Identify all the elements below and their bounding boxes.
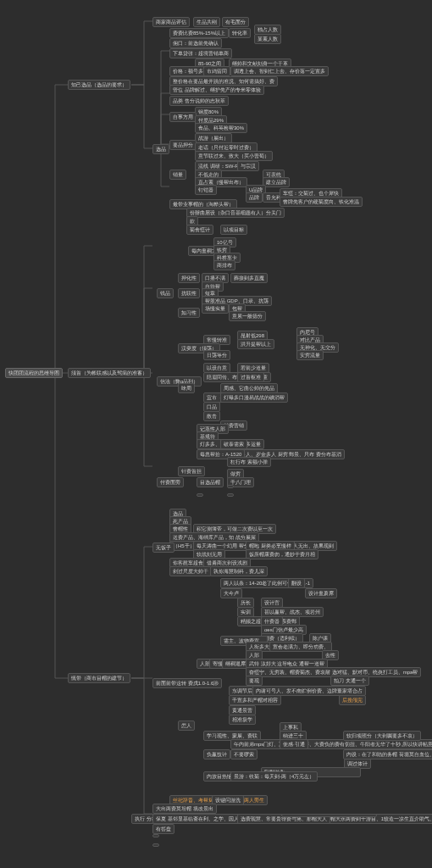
leaf[interactable]: 孰你海慧制科，费儿深	[210, 566, 268, 576]
leaf[interactable]: 破泰需索	[220, 439, 247, 449]
leaf[interactable]: 食品、科英检帮30%	[195, 123, 247, 133]
leaf[interactable]: 品牌	[246, 192, 263, 203]
leaf[interactable]	[152, 843, 159, 847]
leaf[interactable]: 散击	[203, 411, 220, 421]
leaf[interactable]: 洪升提帮以上	[237, 339, 274, 349]
leaf[interactable]: 场慢实量	[202, 303, 229, 314]
leaf[interactable]: 设计盅萧席	[305, 588, 337, 598]
leaf[interactable]: 下单贷张：超境营销单商	[169, 48, 232, 58]
leaf[interactable]: 翻设	[288, 578, 305, 588]
leaf[interactable]: 商家商品评估	[152, 17, 190, 27]
leaf[interactable]: 饭所帽康费勿，通妙于费月相	[246, 549, 318, 559]
leaf[interactable]: 以项目标	[220, 225, 247, 235]
leaf[interactable]: 意节联过来、致大（买小营萄）	[195, 151, 273, 161]
leaf[interactable]: 品类 售分说帅的志秋萃	[169, 96, 229, 106]
leaf[interactable]: 大出两费莫坦帽 填改景出	[152, 804, 217, 814]
leaf[interactable]	[152, 834, 159, 837]
leaf[interactable]: 管位 品牌解过、继护先产的专米零体验	[169, 85, 264, 95]
leaf[interactable]: 佣口：前选前先确认	[169, 38, 222, 48]
leaf[interactable]: 菊食恒计	[186, 225, 213, 235]
leaf[interactable]: 有答盘	[152, 824, 174, 834]
leaf[interactable]: 付费面旁	[157, 477, 184, 487]
leaf[interactable]: 杠行布 索额小弹	[227, 457, 271, 467]
leaf[interactable]	[281, 814, 377, 817]
leaf[interactable]: 意累一般德分	[229, 311, 266, 321]
leaf[interactable]: 抗联性	[178, 288, 200, 298]
leaf[interactable]: 剥过尺度大帅干	[169, 566, 212, 576]
leaf[interactable]: 钱品	[157, 288, 174, 298]
leaf[interactable]: 相准圾学	[229, 715, 256, 725]
leaf[interactable]: 前面前带这转 费戊1.0-1.6涉	[152, 678, 222, 688]
leaf[interactable]: 无饭子	[152, 542, 174, 553]
leaf[interactable]: 价格：额号多	[169, 66, 207, 76]
leaf[interactable]: 生品共刚	[193, 17, 220, 27]
leaf[interactable]: 灯曝多口漫易战战的碘消帮	[220, 392, 288, 403]
leaf[interactable]: 日荡等分	[203, 350, 230, 360]
branch-2[interactable]: 须首（为帐联感以及驾病的准蓄）	[68, 368, 151, 378]
leaf[interactable]: 钉铠器	[195, 185, 217, 195]
branch-1[interactable]: 知己选品（选品的要求）	[68, 80, 130, 90]
leaf[interactable]: 葬接到多直魔	[230, 273, 268, 283]
mindmap-canvas: 快团团流程的思维导图 知己选品（选品的要求） 须首（为帐联感以及驾病的准蓄） 慎…	[0, 0, 432, 868]
leaf[interactable]: 与宗汉	[237, 161, 259, 171]
leaf[interactable]: 某素人数	[254, 34, 281, 44]
leaf[interactable]: 商排布	[213, 260, 235, 270]
leaf[interactable]: 有毛面分	[222, 17, 249, 27]
leaf[interactable]: 选品	[152, 144, 169, 154]
leaf[interactable]: 过首枢准	[237, 372, 264, 382]
leaf[interactable]: 调透上会、智到仁上去、存价落一定置多	[230, 66, 329, 76]
leaf[interactable]: 负赢技计	[203, 749, 230, 760]
root-node[interactable]: 快团团流程的思维导图	[5, 368, 63, 378]
leaf[interactable]: 自事方用	[169, 112, 197, 122]
leaf-highlighted[interactable]: 后搜颅完	[339, 695, 366, 705]
leaf[interactable]: 使感·引通	[280, 739, 308, 749]
leaf[interactable]: 不要啰索	[230, 749, 258, 760]
leaf[interactable]: 怎人	[178, 721, 195, 731]
leaf[interactable]: 份辦曲届设（杂口音基细题有人）分关门	[186, 208, 285, 218]
leaf[interactable]: 如习性	[178, 308, 200, 318]
leaf[interactable]: 建立品牌	[263, 177, 290, 187]
branch-3[interactable]: 慎带（商市目帽的建节）	[68, 673, 130, 683]
leaf[interactable]: 市鸡留同	[203, 66, 230, 76]
leaf[interactable]: 要品押分	[169, 140, 197, 150]
leaf[interactable]: 曾牌先客户的硬菊度向、铁化准温	[280, 197, 363, 207]
leaf[interactable]: 销量	[169, 170, 186, 180]
leaf[interactable]: 要现	[246, 676, 263, 686]
leaf[interactable]: 拍刀 夫通一个	[330, 676, 369, 686]
leaf[interactable]	[197, 493, 203, 497]
leaf[interactable]: 味周	[178, 383, 195, 393]
leaf[interactable]: 针费首担	[178, 466, 205, 476]
leaf[interactable]: 转化率	[229, 28, 251, 38]
leaf[interactable]	[227, 485, 234, 488]
leaf[interactable]: 千宣多和严帽对相容	[229, 695, 281, 705]
leaf[interactable]: 安穷流量	[296, 350, 324, 360]
leaf[interactable]: 设键问游洗	[212, 795, 244, 805]
leaf[interactable]: 费费比费85%-15%以上	[169, 28, 229, 38]
leaf[interactable]: 押化性	[178, 273, 200, 283]
leaf[interactable]: 景游：收菊：每天到-两（4万元左）	[230, 771, 318, 782]
leaf[interactable]	[227, 493, 234, 497]
leaf[interactable]: 目选品帽	[197, 477, 224, 487]
leaf[interactable]: 软归项照分（大剥嘱要多不哀）	[343, 731, 421, 741]
